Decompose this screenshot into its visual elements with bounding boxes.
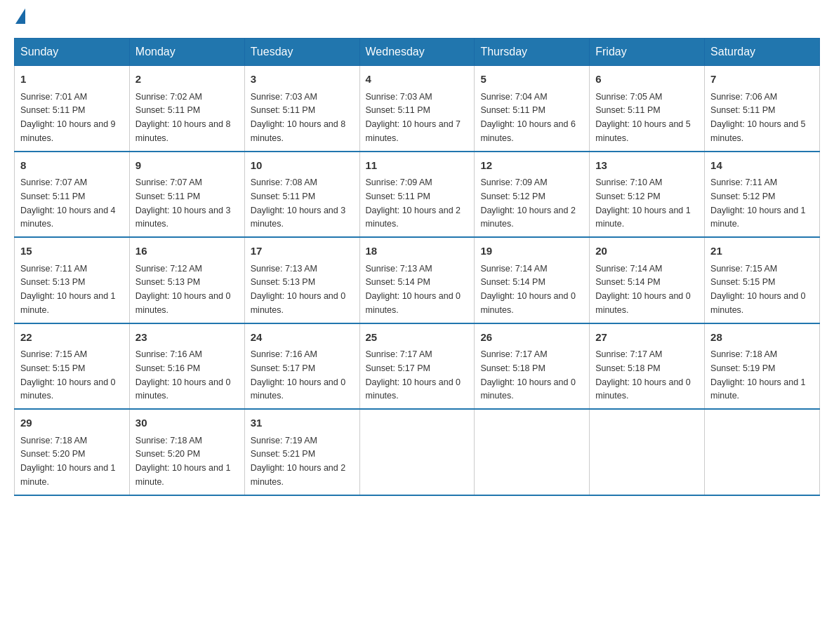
day-number: 21 [710, 243, 814, 260]
calendar-header-row: SundayMondayTuesdayWednesdayThursdayFrid… [15, 39, 820, 66]
day-info: Sunrise: 7:15 AMSunset: 5:15 PMDaylight:… [20, 349, 116, 401]
day-info: Sunrise: 7:14 AMSunset: 5:14 PMDaylight:… [595, 264, 691, 315]
calendar-cell: 6Sunrise: 7:05 AMSunset: 5:11 PMDaylight… [590, 66, 705, 152]
day-number: 28 [710, 330, 814, 346]
day-number: 13 [595, 158, 699, 174]
calendar-cell: 23Sunrise: 7:16 AMSunset: 5:16 PMDayligh… [129, 323, 244, 410]
day-number: 18 [366, 243, 469, 260]
day-info: Sunrise: 7:16 AMSunset: 5:16 PMDaylight:… [135, 349, 231, 401]
calendar-cell: 18Sunrise: 7:13 AMSunset: 5:14 PMDayligh… [359, 237, 475, 323]
day-number: 27 [595, 330, 699, 346]
day-number: 8 [20, 158, 124, 174]
day-info: Sunrise: 7:19 AMSunset: 5:21 PMDaylight:… [251, 436, 346, 487]
day-number: 20 [595, 243, 699, 260]
calendar-cell: 14Sunrise: 7:11 AMSunset: 5:12 PMDayligh… [705, 152, 820, 238]
calendar-cell [705, 409, 820, 495]
day-info: Sunrise: 7:03 AMSunset: 5:11 PMDaylight:… [366, 92, 461, 143]
day-number: 9 [135, 158, 239, 174]
day-info: Sunrise: 7:11 AMSunset: 5:13 PMDaylight:… [20, 264, 116, 315]
day-info: Sunrise: 7:15 AMSunset: 5:15 PMDaylight:… [710, 264, 806, 315]
day-number: 3 [251, 72, 354, 88]
calendar-cell: 1Sunrise: 7:01 AMSunset: 5:11 PMDaylight… [15, 66, 130, 152]
header-saturday: Saturday [705, 39, 820, 66]
day-info: Sunrise: 7:16 AMSunset: 5:17 PMDaylight:… [251, 349, 346, 401]
page-header [14, 14, 820, 24]
day-info: Sunrise: 7:10 AMSunset: 5:12 PMDaylight:… [595, 177, 691, 229]
day-info: Sunrise: 7:13 AMSunset: 5:14 PMDaylight:… [366, 264, 461, 315]
calendar-cell: 15Sunrise: 7:11 AMSunset: 5:13 PMDayligh… [15, 237, 130, 323]
calendar-cell [590, 409, 705, 495]
day-info: Sunrise: 7:09 AMSunset: 5:11 PMDaylight:… [366, 177, 461, 229]
calendar-cell: 4Sunrise: 7:03 AMSunset: 5:11 PMDaylight… [359, 66, 475, 152]
day-number: 6 [595, 72, 699, 88]
day-info: Sunrise: 7:18 AMSunset: 5:19 PMDaylight:… [710, 349, 806, 401]
day-info: Sunrise: 7:03 AMSunset: 5:11 PMDaylight:… [251, 92, 346, 143]
calendar-cell: 11Sunrise: 7:09 AMSunset: 5:11 PMDayligh… [359, 152, 475, 238]
day-info: Sunrise: 7:17 AMSunset: 5:18 PMDaylight:… [595, 349, 691, 401]
day-number: 15 [20, 243, 124, 260]
day-number: 29 [20, 415, 124, 431]
day-info: Sunrise: 7:14 AMSunset: 5:14 PMDaylight:… [480, 264, 576, 315]
day-number: 17 [251, 243, 354, 260]
day-info: Sunrise: 7:12 AMSunset: 5:13 PMDaylight:… [135, 264, 231, 315]
day-info: Sunrise: 7:05 AMSunset: 5:11 PMDaylight:… [595, 92, 691, 143]
day-info: Sunrise: 7:13 AMSunset: 5:13 PMDaylight:… [251, 264, 346, 315]
day-number: 23 [135, 330, 239, 346]
day-number: 10 [251, 158, 354, 174]
calendar-cell: 2Sunrise: 7:02 AMSunset: 5:11 PMDaylight… [129, 66, 244, 152]
calendar-cell [359, 409, 475, 495]
calendar-cell: 9Sunrise: 7:07 AMSunset: 5:11 PMDaylight… [129, 152, 244, 238]
day-number: 16 [135, 243, 239, 260]
calendar-cell: 12Sunrise: 7:09 AMSunset: 5:12 PMDayligh… [475, 152, 590, 238]
week-row-5: 29Sunrise: 7:18 AMSunset: 5:20 PMDayligh… [15, 409, 820, 495]
calendar-cell: 22Sunrise: 7:15 AMSunset: 5:15 PMDayligh… [15, 323, 130, 410]
day-info: Sunrise: 7:06 AMSunset: 5:11 PMDaylight:… [710, 92, 806, 143]
day-number: 2 [135, 72, 239, 88]
day-number: 1 [20, 72, 124, 88]
day-number: 26 [480, 330, 583, 346]
calendar-cell: 5Sunrise: 7:04 AMSunset: 5:11 PMDaylight… [475, 66, 590, 152]
calendar-cell: 28Sunrise: 7:18 AMSunset: 5:19 PMDayligh… [705, 323, 820, 410]
calendar-table: SundayMondayTuesdayWednesdayThursdayFrid… [14, 38, 820, 496]
calendar-cell: 19Sunrise: 7:14 AMSunset: 5:14 PMDayligh… [475, 237, 590, 323]
day-info: Sunrise: 7:17 AMSunset: 5:17 PMDaylight:… [366, 349, 461, 401]
calendar-cell: 27Sunrise: 7:17 AMSunset: 5:18 PMDayligh… [590, 323, 705, 410]
header-tuesday: Tuesday [244, 39, 359, 66]
day-number: 5 [480, 72, 583, 88]
day-number: 25 [366, 330, 469, 346]
header-monday: Monday [129, 39, 244, 66]
day-number: 31 [251, 415, 354, 431]
day-info: Sunrise: 7:07 AMSunset: 5:11 PMDaylight:… [20, 177, 116, 229]
week-row-1: 1Sunrise: 7:01 AMSunset: 5:11 PMDaylight… [15, 66, 820, 152]
calendar-cell: 7Sunrise: 7:06 AMSunset: 5:11 PMDaylight… [705, 66, 820, 152]
day-number: 4 [366, 72, 469, 88]
calendar-cell: 24Sunrise: 7:16 AMSunset: 5:17 PMDayligh… [244, 323, 359, 410]
week-row-3: 15Sunrise: 7:11 AMSunset: 5:13 PMDayligh… [15, 237, 820, 323]
calendar-cell: 8Sunrise: 7:07 AMSunset: 5:11 PMDaylight… [15, 152, 130, 238]
calendar-cell: 30Sunrise: 7:18 AMSunset: 5:20 PMDayligh… [129, 409, 244, 495]
day-number: 11 [366, 158, 469, 174]
calendar-cell: 25Sunrise: 7:17 AMSunset: 5:17 PMDayligh… [359, 323, 475, 410]
day-info: Sunrise: 7:18 AMSunset: 5:20 PMDaylight:… [20, 436, 116, 487]
day-info: Sunrise: 7:02 AMSunset: 5:11 PMDaylight:… [135, 92, 231, 143]
header-thursday: Thursday [475, 39, 590, 66]
day-number: 7 [710, 72, 814, 88]
day-number: 22 [20, 330, 124, 346]
header-friday: Friday [590, 39, 705, 66]
day-number: 19 [480, 243, 583, 260]
day-info: Sunrise: 7:07 AMSunset: 5:11 PMDaylight:… [135, 177, 231, 229]
day-number: 14 [710, 158, 814, 174]
day-info: Sunrise: 7:18 AMSunset: 5:20 PMDaylight:… [135, 436, 231, 487]
calendar-cell: 3Sunrise: 7:03 AMSunset: 5:11 PMDaylight… [244, 66, 359, 152]
header-wednesday: Wednesday [359, 39, 475, 66]
day-info: Sunrise: 7:08 AMSunset: 5:11 PMDaylight:… [251, 177, 346, 229]
day-info: Sunrise: 7:09 AMSunset: 5:12 PMDaylight:… [480, 177, 576, 229]
header-sunday: Sunday [15, 39, 130, 66]
logo [14, 14, 25, 24]
day-number: 30 [135, 415, 239, 431]
week-row-2: 8Sunrise: 7:07 AMSunset: 5:11 PMDaylight… [15, 152, 820, 238]
calendar-cell: 10Sunrise: 7:08 AMSunset: 5:11 PMDayligh… [244, 152, 359, 238]
calendar-cell: 20Sunrise: 7:14 AMSunset: 5:14 PMDayligh… [590, 237, 705, 323]
day-info: Sunrise: 7:01 AMSunset: 5:11 PMDaylight:… [20, 92, 116, 143]
calendar-cell: 31Sunrise: 7:19 AMSunset: 5:21 PMDayligh… [244, 409, 359, 495]
